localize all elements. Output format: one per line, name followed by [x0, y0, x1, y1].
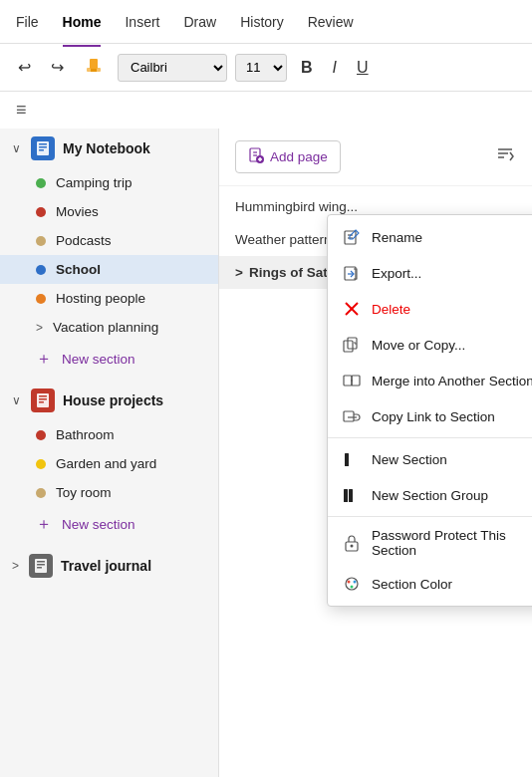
svg-point-45 [354, 581, 357, 584]
main-layout: ∨ My Notebook Camping trip Movies Podcas… [0, 129, 532, 777]
ctx-delete[interactable]: Delete [328, 291, 532, 327]
svg-rect-2 [91, 69, 97, 72]
sidebar: ∨ My Notebook Camping trip Movies Podcas… [0, 129, 219, 777]
ctx-move-copy[interactable]: Move or Copy... [328, 327, 532, 363]
highlighter-icon [84, 56, 104, 76]
section-vacation-planning[interactable]: > Vacation planning [0, 313, 218, 342]
undo-button[interactable]: ↩ [12, 54, 37, 81]
svg-rect-12 [37, 561, 45, 563]
ctx-new-section[interactable]: New Section [328, 441, 532, 477]
ctx-password-label: Password Protect This Section [372, 528, 532, 558]
svg-rect-10 [39, 401, 44, 403]
svg-point-46 [351, 586, 354, 589]
highlighter-button[interactable] [78, 52, 110, 84]
add-page-button[interactable]: Add page [235, 140, 341, 173]
menu-draw[interactable]: Draw [183, 10, 216, 34]
section-hosting-people[interactable]: Hosting people [0, 284, 218, 313]
svg-rect-40 [349, 489, 353, 502]
section-label-movies: Movies [56, 204, 99, 219]
svg-rect-39 [344, 489, 348, 502]
ctx-rename-label: Rename [372, 230, 422, 245]
svg-point-44 [348, 581, 351, 584]
section-dot-hosting [36, 294, 46, 304]
ctx-copy-link[interactable]: Copy Link to Section [328, 398, 532, 434]
ctx-password[interactable]: Password Protect This Section [328, 520, 532, 566]
redo-button[interactable]: ↪ [45, 54, 70, 81]
move-copy-icon [342, 335, 362, 355]
ctx-copy-link-label: Copy Link to Section [372, 409, 495, 424]
section-bathroom[interactable]: Bathroom [0, 420, 218, 449]
new-section-btn-my-notebook[interactable]: ＋ New section [0, 342, 218, 377]
ctx-rename[interactable]: Rename [328, 219, 532, 255]
ctx-move-copy-label: Move or Copy... [372, 338, 465, 353]
new-section-btn-house[interactable]: ＋ New section [0, 507, 218, 542]
font-select[interactable]: Cailbri [118, 54, 227, 82]
underline-button[interactable]: U [351, 55, 375, 81]
new-section-label-house: New section [62, 517, 135, 532]
ctx-new-section-group-label: New Section Group [372, 488, 488, 503]
notebook-icon-house-projects [31, 388, 55, 412]
section-label-bathroom: Bathroom [56, 427, 115, 442]
ctx-export[interactable]: Export... [328, 255, 532, 291]
add-page-icon [248, 147, 264, 166]
menu-file[interactable]: File [16, 10, 39, 34]
notebook-icon-travel [29, 554, 53, 578]
svg-point-42 [351, 545, 354, 548]
svg-rect-5 [39, 146, 47, 148]
ctx-new-section-group[interactable]: New Section Group [328, 477, 532, 513]
section-podcasts[interactable]: Podcasts [0, 226, 218, 255]
section-dot-school [36, 265, 46, 275]
section-label-hosting: Hosting people [56, 291, 145, 306]
ctx-section-color-label: Section Color [372, 577, 452, 592]
content-header: Add page [219, 129, 532, 186]
notebook-icon-my-notebook [31, 136, 55, 160]
section-toy-room[interactable]: Toy room [0, 478, 218, 507]
ctx-section-color[interactable]: Section Color > [328, 566, 532, 602]
svg-rect-9 [39, 398, 47, 400]
section-school[interactable]: School [0, 255, 218, 284]
svg-rect-4 [39, 143, 47, 145]
password-icon [342, 533, 362, 553]
chevron-my-notebook: ∨ [12, 141, 21, 155]
menu-insert[interactable]: Insert [125, 10, 159, 34]
svg-rect-6 [39, 149, 44, 151]
ctx-delete-label: Delete [372, 302, 410, 317]
notebook-travel-journal[interactable]: > Travel journal [0, 546, 218, 586]
notebook-header-my-notebook[interactable]: ∨ My Notebook [0, 129, 218, 168]
section-dot-podcasts [36, 236, 46, 246]
section-garden-yard[interactable]: Garden and yard [0, 449, 218, 478]
ctx-merge[interactable]: Merge into Another Section... [328, 363, 532, 398]
section-camping-trip[interactable]: Camping trip [0, 168, 218, 197]
content-area: Add page Hummingbird wing... Weather pat… [219, 129, 532, 777]
menu-review[interactable]: Review [308, 10, 354, 34]
bold-button[interactable]: B [295, 55, 319, 81]
svg-rect-33 [344, 376, 352, 386]
menu-home[interactable]: Home [63, 10, 102, 34]
ctx-merge-label: Merge into Another Section... [372, 374, 532, 388]
font-size-select[interactable]: 11 [235, 54, 287, 82]
rings-arrow: > [235, 265, 243, 280]
link-icon [342, 406, 362, 426]
section-dot-movies [36, 207, 46, 217]
section-label-school: School [56, 262, 101, 277]
notebook-label-travel: Travel journal [61, 558, 151, 574]
section-label-vacation: Vacation planning [53, 320, 158, 335]
notebook-header-house-projects[interactable]: ∨ House projects [0, 381, 218, 420]
menu-history[interactable]: History [240, 10, 284, 34]
chevron-house-projects: ∨ [12, 393, 21, 407]
section-dot-garden [36, 459, 46, 469]
delete-icon [342, 299, 362, 319]
add-page-label: Add page [270, 149, 328, 164]
ctx-divider-1 [328, 437, 532, 438]
sort-button[interactable] [494, 143, 516, 170]
expand-arrow-vacation: > [36, 321, 43, 335]
new-section-icon [342, 449, 362, 469]
plus-icon-my-notebook: ＋ [36, 349, 52, 370]
sidebar-toggle[interactable]: ≡ [0, 92, 532, 129]
italic-button[interactable]: I [327, 55, 343, 81]
chevron-travel: > [12, 559, 19, 573]
export-icon [342, 263, 362, 283]
section-movies[interactable]: Movies [0, 197, 218, 226]
svg-rect-1 [90, 59, 98, 69]
section-dot-bathroom [36, 430, 46, 440]
